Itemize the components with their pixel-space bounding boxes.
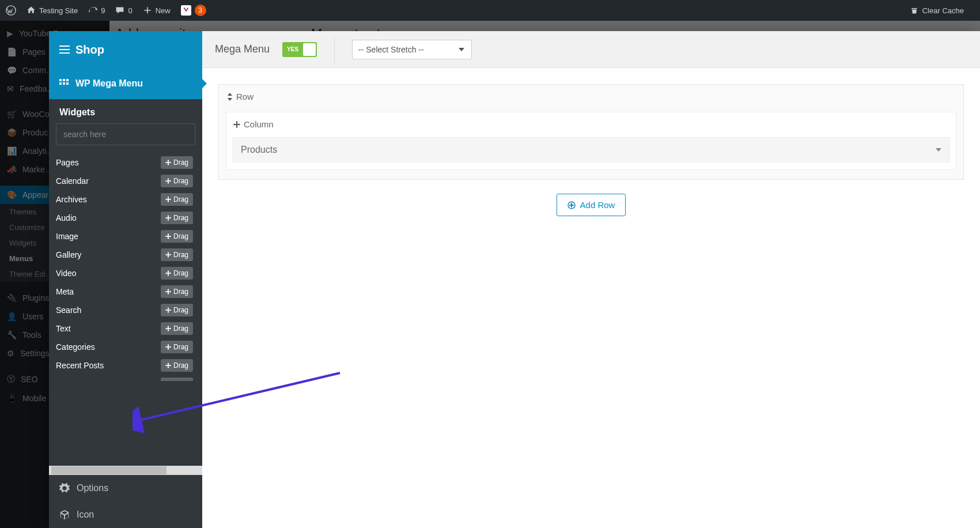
updates-link[interactable]: 9 — [88, 6, 105, 15]
widget-label: Audio — [56, 213, 77, 222]
caret-down-icon — [936, 148, 941, 152]
add-row-button[interactable]: Add Row — [557, 194, 626, 216]
mega-menu-title: Mega Menu — [215, 43, 270, 55]
wp-admin-bar: Testing Site 9 0 New 3 Clear Cache — [0, 0, 980, 21]
svg-rect-3 — [59, 49, 70, 50]
hamburger-icon — [59, 46, 70, 54]
widget-search-input[interactable] — [56, 123, 195, 145]
widget-list-item: MetaDrag — [55, 282, 193, 301]
widget-label: Recent Posts — [56, 361, 104, 370]
widget-products[interactable]: Products — [232, 137, 950, 163]
widget-list-item: Recent CommentsDrag — [55, 375, 193, 381]
grid-icon — [59, 79, 69, 88]
horizontal-scrollbar[interactable] — [49, 466, 202, 475]
widget-drag-handle[interactable]: Drag — [161, 304, 193, 316]
widget-list-item: PagesDrag — [55, 153, 193, 172]
refresh-icon — [88, 6, 97, 15]
trash-icon — [910, 6, 919, 15]
gear-icon — [59, 483, 70, 493]
widget-label: Recent Comments — [56, 379, 123, 381]
svg-rect-9 — [63, 82, 65, 85]
widget-label: Archives — [56, 195, 87, 204]
stretch-select[interactable]: -- Select Stretch -- — [352, 40, 472, 59]
wp-mega-menu-tab[interactable]: WP Mega Menu — [49, 68, 202, 99]
widget-drag-handle[interactable]: Drag — [161, 156, 193, 169]
svg-rect-7 — [66, 79, 69, 81]
svg-rect-10 — [66, 82, 69, 85]
mega-menu-sidebar: Shop WP Mega Menu Widgets PagesDragCalen… — [49, 31, 202, 528]
svg-rect-2 — [59, 46, 70, 47]
widget-drag-handle[interactable]: Drag — [161, 267, 193, 280]
mega-menu-shop-header: Shop — [49, 31, 202, 68]
mega-menu-modal: Shop WP Mega Menu Widgets PagesDragCalen… — [49, 31, 980, 528]
widget-list-item: ArchivesDrag — [55, 190, 193, 209]
mega-menu-toggle[interactable]: YES — [282, 42, 317, 57]
svg-rect-6 — [63, 79, 65, 81]
move-icon — [233, 121, 240, 128]
column-header[interactable]: Column — [226, 112, 956, 134]
menu-column: Column Products — [226, 112, 956, 170]
widget-list-item: CategoriesDrag — [55, 338, 193, 356]
widget-drag-handle[interactable]: Drag — [161, 248, 193, 261]
widget-list-item: ImageDrag — [55, 227, 193, 246]
widget-drag-handle[interactable]: Drag — [161, 341, 193, 353]
widget-drag-handle[interactable]: Drag — [161, 359, 193, 372]
widget-list-item: Recent PostsDrag — [55, 356, 193, 375]
comment-icon — [115, 6, 124, 15]
widget-drag-handle[interactable]: Drag — [161, 378, 193, 381]
comments-link[interactable]: 0 — [115, 6, 132, 15]
site-name-link[interactable]: Testing Site — [27, 6, 78, 15]
new-content-link[interactable]: New — [143, 6, 171, 15]
yoast-icon — [181, 5, 191, 16]
widget-drag-handle[interactable]: Drag — [161, 175, 193, 187]
site-name: Testing Site — [39, 6, 78, 15]
menu-row: Row Column Products — [218, 84, 964, 180]
widget-drag-handle[interactable]: Drag — [161, 212, 193, 224]
widget-label: Image — [56, 232, 78, 241]
widget-drag-handle[interactable]: Drag — [161, 322, 193, 335]
icon-link[interactable]: Icon — [49, 501, 202, 528]
svg-rect-8 — [59, 82, 62, 85]
yoast-link[interactable]: 3 — [181, 5, 206, 16]
widget-drag-handle[interactable]: Drag — [161, 193, 193, 206]
plus-circle-icon — [567, 201, 576, 209]
widget-label: Categories — [56, 342, 95, 352]
widget-label: Video — [56, 269, 77, 278]
widget-list-item: TextDrag — [55, 319, 193, 338]
widget-list-item: CalendarDrag — [55, 172, 193, 190]
mega-menu-canvas: Row Column Products Add Row — [202, 68, 980, 528]
widget-label: Gallery — [56, 250, 81, 259]
options-link[interactable]: Options — [49, 475, 202, 501]
widget-list-item: VideoDrag — [55, 264, 193, 282]
widgets-heading: Widgets — [49, 99, 202, 123]
mega-menu-topbar: Mega Menu YES -- Select Stretch -- — [202, 31, 980, 68]
widget-label: Meta — [56, 287, 74, 296]
plus-icon — [143, 6, 152, 15]
row-header[interactable]: Row — [219, 85, 963, 108]
widget-label: Search — [56, 306, 81, 315]
mega-menu-main: Mega Menu YES -- Select Stretch -- Row — [202, 31, 980, 528]
widget-label: Text — [56, 324, 71, 333]
widget-list-item: AudioDrag — [55, 209, 193, 227]
widget-drag-handle[interactable]: Drag — [161, 230, 193, 243]
widget-list-item: SearchDrag — [55, 301, 193, 319]
widgets-list[interactable]: PagesDragCalendarDragArchivesDragAudioDr… — [55, 153, 193, 381]
yoast-badge: 3 — [195, 5, 206, 16]
widget-label: Pages — [56, 158, 79, 167]
cube-icon — [59, 510, 70, 520]
widget-label: Calendar — [56, 176, 89, 186]
sort-icon — [227, 93, 233, 101]
svg-rect-4 — [59, 52, 70, 54]
widget-drag-handle[interactable]: Drag — [161, 285, 193, 298]
home-icon — [27, 6, 36, 15]
svg-rect-5 — [59, 79, 62, 81]
wp-logo[interactable] — [6, 5, 16, 16]
widget-list-item: GalleryDrag — [55, 246, 193, 264]
clear-cache-link[interactable]: Clear Cache — [910, 6, 964, 15]
